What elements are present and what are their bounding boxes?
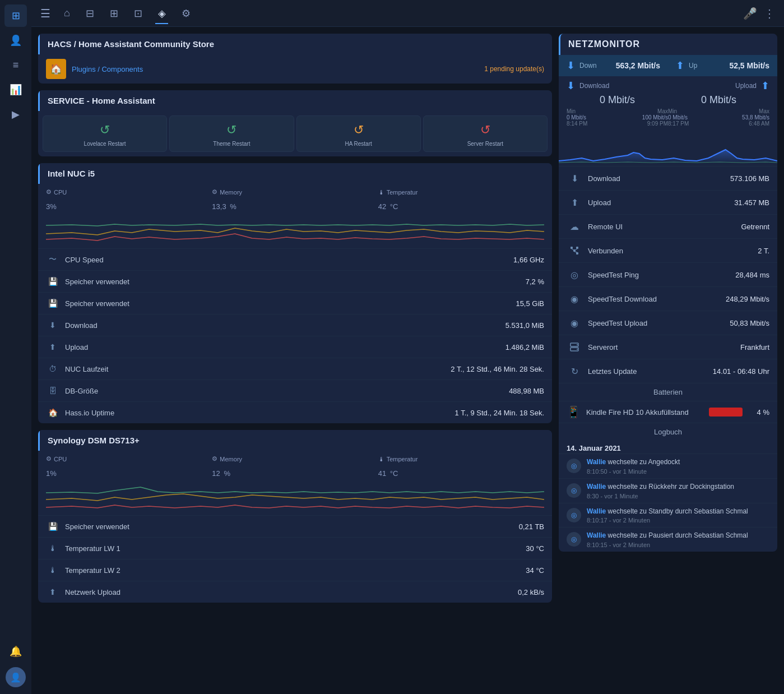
syno-memory-header: ⚙ Memory (212, 455, 378, 462)
memory-header: ⚙ Memory (212, 188, 378, 196)
nuc-stats-values: 3% 13,3 % 42 °C (38, 196, 552, 217)
nsr-network-icon (567, 243, 582, 258)
ul-min-max-labels: Min Max (668, 108, 769, 114)
battery-row: 📱 Kindle Fire HD 10 Akkufüllstand 4 % (559, 401, 777, 423)
syno-stat-mem: 💾 Speicher verwendet 0,21 TB (38, 515, 552, 537)
content-area: HACS / Home Assistant Community Store 🏠 … (31, 27, 784, 694)
dl-icon2: ⬇ (567, 80, 575, 92)
sidebar-bottom: 🔔 👤 (4, 640, 27, 694)
stat-row-download: ⬇ Download 5.531,0 MiB (38, 314, 552, 336)
syno-stats-values: 1% 12 % 41 °C (38, 462, 552, 484)
log-icon-2: ◎ (567, 508, 581, 522)
log-icon-1: ◎ (567, 483, 581, 498)
sidebar-item-chart[interactable]: 📊 (4, 78, 27, 101)
hacs-title: HACS / Home Assistant Community Store (38, 34, 552, 54)
sidebar-item-list[interactable]: ≡ (4, 54, 27, 76)
syno-netupload-icon: ⬆ (46, 585, 59, 599)
syno-temp1-icon: 🌡 (46, 542, 59, 555)
main-area: ☰ ⌂ ⊟ ⊞ ⊡ ◈ ⚙ 🎤 ⋮ HACS / Home Assistant … (31, 0, 784, 694)
thermometer-icon-syno: 🌡 (378, 456, 384, 462)
lovelace-restart-button[interactable]: ↺ Lovelace Restart (43, 115, 167, 152)
sidebar-item-bell[interactable]: 🔔 (4, 640, 27, 663)
temp-header: 🌡 Temperatur (378, 188, 544, 196)
left-panel: HACS / Home Assistant Community Store 🏠 … (31, 27, 555, 694)
mic-icon[interactable]: 🎤 (743, 7, 757, 20)
restart-icon-green1: ↺ (100, 123, 110, 137)
svg-point-10 (577, 344, 578, 345)
dl-min-max-values: 0 Mbit/s 100 Mbit/s (567, 114, 668, 121)
db-icon: 🗄 (46, 384, 59, 397)
nav-settings[interactable]: ⚙ (175, 5, 197, 22)
restart-icon-orange: ↺ (354, 123, 364, 137)
battery-bar (709, 408, 743, 417)
stat-row-mem2: 💾 Speicher verwendet 15,5 GiB (38, 292, 552, 314)
battery-icon: 📱 (567, 405, 581, 419)
lovelace-restart-label: Lovelace Restart (84, 141, 126, 147)
syno-mem-icon: 💾 (46, 520, 59, 533)
service-grid: ↺ Lovelace Restart ↺ Theme Restart ↺ HA … (38, 111, 552, 156)
cpu-header: ⚙ CPU (46, 188, 212, 196)
nuc-stats-header: ⚙ CPU ⚙ Memory 🌡 Temperatur (38, 184, 552, 196)
nuc-memory-value: 13,3 % (212, 197, 378, 212)
netzmonitor-title: NETZMONITOR (559, 34, 777, 55)
stat-row-upload: ⬆ Upload 1.486,2 MiB (38, 336, 552, 358)
stat-row-mem1: 💾 Speicher verwendet 7,2 % (38, 270, 552, 292)
gear-icon-cpu: ⚙ (46, 188, 52, 196)
hassio-icon: 🏠 (46, 406, 59, 419)
up-arrow-icon: ⬆ (676, 59, 684, 72)
upload-icon: ⬆ (46, 340, 59, 354)
nav-monitor[interactable]: ⊡ (127, 5, 149, 22)
syno-stats-header: ⚙ CPU ⚙ Memory 🌡 Temperatur (38, 451, 552, 462)
syno-temp2-icon: 🌡 (46, 563, 59, 577)
nav-home[interactable]: ⌂ (57, 5, 77, 21)
nav-layout[interactable]: ⊟ (79, 5, 101, 22)
avatar[interactable]: 👤 (6, 667, 26, 687)
download-icon: ⬇ (46, 318, 59, 332)
ul-minmax: Min Max 0 Mbit/s 53,8 Mbit/s 8:17 PM 6:4… (668, 108, 769, 127)
left-navigation: ⊞ 👤 ≡ 📊 ▶ 🔔 👤 (0, 0, 31, 694)
svg-point-11 (577, 349, 578, 350)
logbuch-label: Logbuch (559, 423, 777, 441)
log-icon-3: ◎ (567, 532, 581, 547)
battery-device-label: Kindle Fire HD 10 Akkufüllstand (586, 408, 703, 417)
server-restart-button[interactable]: ↺ Server Restart (423, 115, 548, 152)
stat-row-uptime: ⏱ NUC Laufzeit 2 T., 12 Std., 46 Min. 28… (38, 358, 552, 380)
service-card: SERVICE - Home Assistant ↺ Lovelace Rest… (38, 90, 552, 156)
ha-restart-button[interactable]: ↺ HA Restart (296, 115, 421, 152)
dl-header-left: ⬇ Download (567, 80, 668, 92)
dl-min-max-labels: Min Max (567, 108, 668, 114)
uptime-icon: ⏱ (46, 362, 59, 376)
nsr-server-icon (567, 339, 582, 355)
current-dl-value: 0 Mbit/s (567, 94, 668, 106)
nuc-temp-value: 42 °C (378, 197, 544, 212)
syno-memory-value: 12 % (212, 464, 378, 479)
svg-rect-4 (576, 252, 578, 255)
net-stat-upload: ⬆ Upload 31.457 MB (559, 190, 777, 214)
nuc-chart-area (46, 217, 544, 244)
theme-restart-button[interactable]: ↺ Theme Restart (169, 115, 294, 152)
net-stat-download: ⬇ Download 573.106 MB (559, 166, 777, 190)
sidebar-item-person[interactable]: 👤 (4, 29, 27, 52)
nsr-download-icon: ⬇ (567, 170, 582, 186)
net-stat-serverort: Serverort Frankfurt (559, 335, 777, 359)
syno-stat-temp2: 🌡 Temperatur LW 2 34 °C (38, 559, 552, 581)
nav-bed[interactable]: ⊞ (103, 5, 125, 22)
hamburger-menu[interactable]: ☰ (40, 7, 50, 20)
minmax-row: Min Max 0 Mbit/s 100 Mbit/s 8:14 PM 9:09… (559, 108, 777, 128)
net-stat-speed-ul: ◉ SpeedTest Upload 50,83 Mbit/s (559, 311, 777, 335)
syno-chart-area (46, 484, 544, 511)
intel-nuc-title: Intel NUC i5 (38, 163, 552, 184)
log-text-2: Wallie wechselte zu Standby durch Sebast… (587, 507, 748, 524)
more-icon[interactable]: ⋮ (764, 7, 775, 20)
mem2-icon: 💾 (46, 297, 59, 310)
hacs-card: HACS / Home Assistant Community Store 🏠 … (38, 34, 552, 84)
restart-icon-red: ↺ (480, 123, 490, 137)
download-speed-box: ⬇ Down 563,2 Mbit/s (559, 55, 668, 76)
hacs-plugins-link[interactable]: Plugins / Components (72, 65, 143, 73)
svg-line-7 (574, 252, 577, 252)
net-stat-update: ↻ Letztes Update 14.01 - 06:48 Uhr (559, 359, 777, 383)
sidebar-item-grid[interactable]: ⊞ (4, 4, 27, 27)
sidebar-item-media[interactable]: ▶ (4, 103, 27, 126)
restart-icon-green2: ↺ (226, 123, 236, 137)
nav-dashboard[interactable]: ◈ (151, 5, 173, 22)
